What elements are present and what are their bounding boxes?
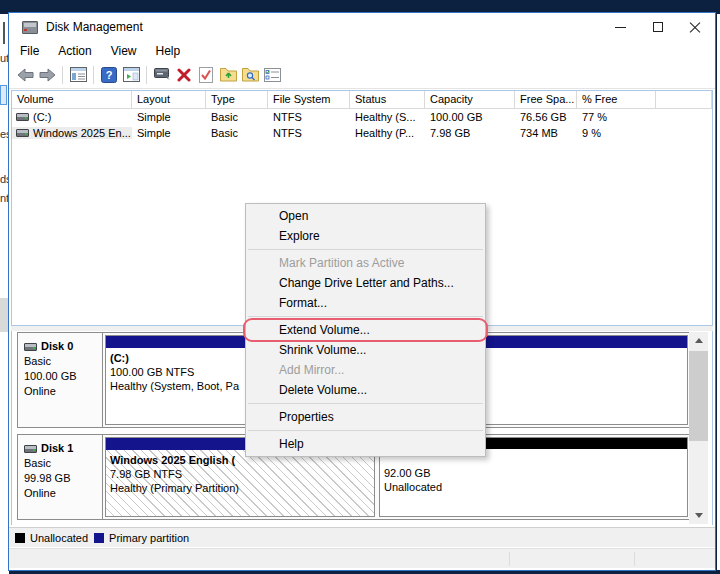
disk-0-label[interactable]: Disk 0 Basic 100.00 GB Online xyxy=(18,333,103,427)
volume-percent-free: 77 % xyxy=(577,111,656,123)
scroll-down-icon[interactable] xyxy=(689,507,708,524)
menu-file[interactable]: File xyxy=(20,42,48,61)
disk-size: 99.98 GB xyxy=(24,471,102,486)
disk-size: 100.00 GB xyxy=(24,369,102,384)
menu-item-properties[interactable]: Properties xyxy=(246,407,485,427)
scrollbar-thumb[interactable] xyxy=(689,351,708,441)
column-header-type[interactable]: Type xyxy=(206,91,268,109)
menu-item-help[interactable]: Help xyxy=(246,434,485,454)
back-icon[interactable] xyxy=(14,65,36,85)
menu-separator xyxy=(248,430,483,431)
volume-layout: Simple xyxy=(132,127,206,139)
status-bar xyxy=(9,548,715,568)
volume-type: Basic xyxy=(206,111,268,123)
column-header-blank xyxy=(656,91,712,109)
menu-item-mark-partition-active: Mark Partition as Active xyxy=(246,253,485,273)
menu-separator xyxy=(248,316,483,317)
legend-bar: Unallocated Primary partition xyxy=(9,527,715,547)
partition-size: 7.98 GB NTFS xyxy=(110,467,370,481)
minimize-button[interactable] xyxy=(602,13,639,41)
disk-icon xyxy=(24,343,37,351)
volume-status: Healthy (P... xyxy=(350,127,425,139)
column-header-free-space[interactable]: Free Spa... xyxy=(515,91,577,109)
console-message-icon[interactable] xyxy=(151,65,173,85)
column-header-volume[interactable]: Volume xyxy=(12,91,132,109)
menu-view[interactable]: View xyxy=(111,42,146,61)
show-action-pane-icon[interactable] xyxy=(120,65,142,85)
volume-row-c[interactable]: (C:) Simple Basic NTFS Healthy (S... 100… xyxy=(12,109,712,125)
title-bar: Disk Management xyxy=(9,13,715,41)
menu-bar: File Action View Help xyxy=(9,41,715,61)
menu-item-delete-volume[interactable]: Delete Volume... xyxy=(246,380,485,400)
menu-item-open[interactable]: Open xyxy=(246,206,485,226)
delete-icon[interactable] xyxy=(173,65,195,85)
properties-icon[interactable] xyxy=(261,65,283,85)
volume-type: Basic xyxy=(206,127,268,139)
volume-name: (C:) xyxy=(33,111,51,123)
partition-status: Unallocated xyxy=(384,480,683,494)
column-header-status[interactable]: Status xyxy=(350,91,425,109)
volume-layout: Simple xyxy=(132,111,206,123)
toolbar-separator xyxy=(93,66,94,84)
legend-primary-partition: Primary partition xyxy=(94,532,189,544)
volume-name: Windows 2025 En... xyxy=(33,127,131,139)
disk-pane-scrollbar[interactable] xyxy=(689,332,708,524)
svg-text:?: ? xyxy=(106,69,113,81)
maximize-button[interactable] xyxy=(639,13,676,41)
partition-context-menu: Open Explore Mark Partition as Active Ch… xyxy=(245,203,486,457)
menu-separator xyxy=(248,403,483,404)
volume-capacity: 100.00 GB xyxy=(425,111,515,123)
volume-free-space: 76.56 GB xyxy=(515,111,577,123)
disk-status: Online xyxy=(24,486,102,501)
disk-type: Basic xyxy=(24,456,102,471)
menu-item-label: Extend Volume... xyxy=(279,323,370,337)
menu-action[interactable]: Action xyxy=(58,42,100,61)
help-icon[interactable]: ? xyxy=(98,65,120,85)
show-console-tree-icon[interactable] xyxy=(67,65,89,85)
folder-search-icon[interactable] xyxy=(239,65,261,85)
disk-icon xyxy=(24,445,37,453)
disk-1-label[interactable]: Disk 1 Basic 99.98 GB Online xyxy=(18,435,103,519)
scroll-up-icon[interactable] xyxy=(689,332,708,349)
toolbar-separator xyxy=(62,66,63,84)
disk-name-text: Disk 0 xyxy=(41,339,73,354)
primary-partition-swatch-icon xyxy=(94,533,104,543)
close-button[interactable] xyxy=(676,13,713,41)
menu-item-add-mirror: Add Mirror... xyxy=(246,360,485,380)
menu-item-explore[interactable]: Explore xyxy=(246,226,485,246)
volume-free-space: 734 MB xyxy=(515,127,577,139)
background-fragment-line xyxy=(3,22,5,44)
menu-item-extend-volume[interactable]: Extend Volume... xyxy=(246,320,485,340)
volume-status: Healthy (S... xyxy=(350,111,425,123)
toolbar: ? xyxy=(9,61,715,89)
disk-name-text: Disk 1 xyxy=(41,441,73,456)
disk-status: Online xyxy=(24,384,102,399)
volume-file-system: NTFS xyxy=(268,111,350,123)
menu-item-change-drive-letter[interactable]: Change Drive Letter and Paths... xyxy=(246,273,485,293)
menu-help[interactable]: Help xyxy=(156,42,190,61)
forward-icon[interactable] xyxy=(36,65,58,85)
volume-icon xyxy=(16,129,29,137)
menu-separator xyxy=(248,249,483,250)
status-bar-divider xyxy=(634,552,635,566)
partition-size: 92.00 GB xyxy=(384,466,683,480)
column-header-capacity[interactable]: Capacity xyxy=(425,91,515,109)
legend-unallocated: Unallocated xyxy=(15,532,88,544)
volume-percent-free: 9 % xyxy=(577,127,656,139)
legend-label: Unallocated xyxy=(30,532,88,544)
volume-icon xyxy=(16,113,29,121)
close-icon xyxy=(689,22,700,33)
disk-management-app-icon xyxy=(22,21,38,34)
check-document-icon[interactable] xyxy=(195,65,217,85)
volume-row-windows-2025[interactable]: Windows 2025 En... Simple Basic NTFS Hea… xyxy=(12,125,712,141)
menu-item-format[interactable]: Format... xyxy=(246,293,485,313)
column-header-layout[interactable]: Layout xyxy=(132,91,206,109)
menu-item-shrink-volume[interactable]: Shrink Volume... xyxy=(246,340,485,360)
volume-file-system: NTFS xyxy=(268,127,350,139)
partition-health: Healthy (Primary Partition) xyxy=(110,481,370,495)
minimize-icon xyxy=(615,27,626,28)
folder-up-icon[interactable] xyxy=(217,65,239,85)
column-header-file-system[interactable]: File System xyxy=(268,91,350,109)
background-fragment-box xyxy=(0,85,7,105)
column-header-percent-free[interactable]: % Free xyxy=(577,91,656,109)
